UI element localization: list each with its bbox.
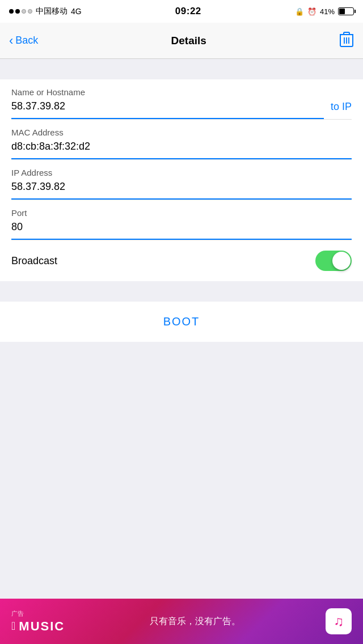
status-time: 09:22: [175, 6, 201, 17]
chevron-left-icon: ‹: [9, 35, 13, 47]
ad-left: 广告  MUSIC: [11, 609, 65, 634]
form-section: Name or Hostname to IP MAC Address IP Ad…: [0, 79, 363, 281]
ad-app-icon[interactable]: ♫: [326, 608, 352, 634]
name-hostname-row: Name or Hostname to IP: [11, 79, 352, 120]
port-label: Port: [11, 208, 352, 218]
ad-music-logo:  MUSIC: [11, 619, 65, 634]
ip-address-row: IP Address: [11, 160, 352, 200]
back-label: Back: [15, 35, 38, 46]
port-input[interactable]: [11, 221, 352, 240]
apple-icon: : [11, 620, 15, 633]
name-hostname-input-row: to IP: [11, 100, 352, 119]
signal-dots: [9, 9, 32, 14]
back-button[interactable]: ‹ Back: [9, 35, 38, 47]
broadcast-toggle[interactable]: [315, 251, 352, 271]
mac-address-input-row: [11, 141, 352, 159]
music-note-icon: ♫: [334, 613, 344, 629]
name-hostname-input[interactable]: [11, 100, 324, 119]
signal-dot-2: [15, 9, 20, 14]
signal-dot-3: [22, 9, 26, 14]
ad-banner[interactable]: 广告  MUSIC 只有音乐，没有广告。 ♫: [0, 599, 363, 644]
alarm-icon: ⏰: [307, 7, 316, 16]
bottom-section-gap: [0, 281, 363, 302]
status-left: 中国移动 4G: [9, 6, 82, 16]
mac-address-label: MAC Address: [11, 128, 352, 137]
top-section-gap: [0, 59, 363, 79]
network-label: 4G: [71, 7, 82, 16]
boot-button[interactable]: BOOT: [163, 315, 200, 328]
port-row: Port: [11, 200, 352, 240]
status-right: 🔒 ⏰ 41%: [295, 7, 354, 16]
broadcast-label: Broadcast: [11, 255, 57, 267]
ip-address-input-row: [11, 181, 352, 200]
name-hostname-label: Name or Hostname: [11, 87, 352, 97]
signal-dot-1: [9, 9, 14, 14]
battery-fill: [339, 9, 345, 14]
mac-address-input[interactable]: [11, 141, 352, 159]
battery-icon: [338, 7, 354, 15]
ad-slogan: 只有音乐，没有广告。: [74, 616, 316, 628]
nav-bar: ‹ Back Details: [0, 23, 363, 59]
lock-icon: 🔒: [295, 7, 304, 16]
page-title: Details: [171, 35, 206, 47]
ad-badge: 广告: [11, 609, 65, 618]
boot-section: BOOT: [0, 302, 363, 342]
ip-address-label: IP Address: [11, 168, 352, 177]
broadcast-row: Broadcast: [11, 240, 352, 281]
battery-percent: 41%: [320, 7, 335, 16]
to-ip-button[interactable]: to IP: [331, 101, 352, 118]
toggle-knob: [332, 252, 351, 270]
signal-dot-4: [28, 9, 32, 14]
lower-gray-area: [0, 342, 363, 467]
trash-icon[interactable]: [339, 31, 354, 51]
carrier-label: 中国移动: [36, 6, 67, 16]
music-text: MUSIC: [19, 619, 65, 634]
ip-address-input[interactable]: [11, 181, 352, 200]
mac-address-row: MAC Address: [11, 120, 352, 160]
port-input-row: [11, 221, 352, 240]
status-bar: 中国移动 4G 09:22 🔒 ⏰ 41%: [0, 0, 363, 23]
battery-container: [338, 7, 354, 15]
